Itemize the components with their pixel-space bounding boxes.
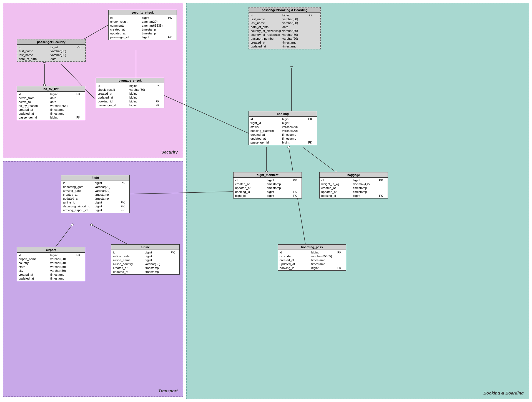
airline-table: airline idbigintPK airline_codebigint ai… — [111, 244, 180, 275]
security-check-header: security_check — [109, 10, 177, 15]
security-check-table: security_check idbigintPK check_resultva… — [108, 10, 177, 40]
flight-header: flight — [61, 175, 129, 180]
boarding-pass-header: boarding_pass — [278, 245, 346, 250]
security-label: Security — [161, 150, 178, 154]
flight-manifest-table: flight_manifest idbigintPK created_attim… — [233, 172, 302, 199]
passenger-security-header: passenger:Security — [17, 39, 85, 45]
baggage-header: baggage — [320, 172, 388, 178]
booking-header: booking — [249, 111, 317, 117]
flight-manifest-header: flight_manifest — [234, 172, 302, 178]
booking-label: Booking & Boarding — [483, 391, 524, 395]
baggage-table: baggage idbigintPK weight_in_kgdecimal(4… — [319, 172, 388, 199]
booking-table: booking idbigintPK flight_idbigint statu… — [249, 111, 317, 145]
flight-table: flight idbigintPK departing_gatevarchar(… — [61, 175, 130, 213]
no-fly-list-table: no_fly_list idbigintPK active_fromdate a… — [17, 86, 85, 120]
airport-table: airport idbigintPK airport_namevarchar(5… — [17, 247, 85, 281]
booking-quadrant: Booking & Boarding — [186, 3, 529, 399]
airline-header: airline — [111, 245, 179, 250]
diagram-canvas: Security Transport Booking & Boarding — [0, 0, 532, 402]
airport-header: airport — [17, 247, 85, 253]
passenger-booking-header: passenger:Booking & Boarding — [249, 7, 320, 13]
baggage-check-table: baggage_check idbigintPK check_resultvar… — [96, 78, 164, 108]
passenger-security-table: passenger:Security idbigintPK first_name… — [17, 39, 86, 62]
no-fly-list-header: no_fly_list — [17, 86, 85, 92]
transport-label: Transport — [158, 388, 178, 393]
boarding-pass-table: boarding_pass idbigintPK qr_codevarchar(… — [278, 244, 346, 271]
passenger-booking-table: passenger:Booking & Boarding idbigintPK … — [249, 7, 321, 49]
baggage-check-header: baggage_check — [96, 78, 164, 83]
